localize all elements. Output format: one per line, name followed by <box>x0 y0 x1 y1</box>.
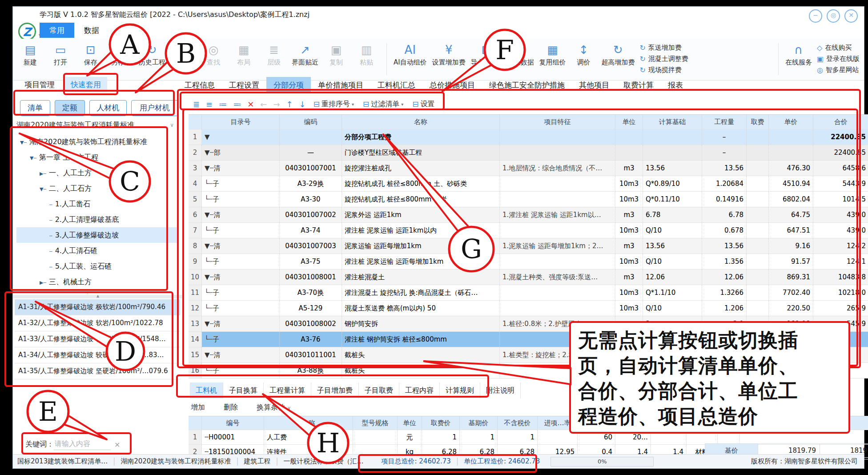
status-item[interactable]: 湖南2020建筑与装饰工程消耗量标准 <box>121 457 231 466</box>
column-header[interactable]: 基期价 <box>460 416 498 430</box>
toolbar-button-在线购买[interactable]: ◇在线购买 <box>817 42 860 53</box>
tab-工程设置[interactable]: 工程设置 <box>222 77 266 93</box>
status-item[interactable]: 一般计税法标准取费（汇… <box>283 457 363 466</box>
redo-icon[interactable]: → <box>273 100 280 109</box>
action-button-增加[interactable]: 增加 <box>191 403 205 412</box>
tree-collapsed-icon[interactable]: ▶┄ <box>40 280 46 286</box>
tree-expanded-icon[interactable]: ▼┄ <box>40 186 46 192</box>
tree-node[interactable]: ┄1.人工凿石 <box>16 196 178 212</box>
table-row[interactable]: 6▼┄清040301007002泥浆外运 运距1km1.灌注桩 泥浆运输 运距1… <box>189 207 868 223</box>
toolbar-button-另存为[interactable]: ⊞另存为 <box>106 41 136 68</box>
tree-node[interactable]: ▼┄第一章 土石方工程 <box>16 149 178 165</box>
column-header[interactable]: 编码 <box>280 115 342 129</box>
table-row[interactable]: 3▼┄清040301007001旋挖灌注桩成孔1.地层情况：综合地质情况（不…m… <box>189 161 868 176</box>
column-header[interactable]: 单位 <box>615 115 643 129</box>
table-row[interactable]: 2▼┄部—门诊楼Y型柱区域桩基工程–22400.85 <box>189 145 868 161</box>
toolbar-button-泵送增加费[interactable]: ↻泵送增加费 <box>639 42 688 53</box>
table-row[interactable]: 10▼┄清040301008001灌注桩混凝土1.混凝土种类、强度等级:泵送…m… <box>189 270 868 285</box>
tab-报表[interactable]: 报表 <box>661 77 690 93</box>
toolbar-button-智多星网站[interactable]: ◎智多星网站 <box>817 64 860 76</box>
keyword-input[interactable]: 请输入内容 <box>54 439 111 450</box>
list-item[interactable]: A1-32/人工修整爆破边坡 软岩/100m²/1022.78 <box>15 315 180 331</box>
move-down-icon[interactable]: ↓ <box>299 100 306 109</box>
tree-collapsed-icon[interactable]: ▶┄ <box>40 171 46 177</box>
bottom-tab-子目换算[interactable]: 子目换算 <box>223 382 264 399</box>
column-header[interactable]: 不含税价 <box>498 416 538 430</box>
toolbar-button-超高增加费[interactable]: ↻超高增加费 <box>599 41 637 68</box>
toolbar-button-保存[interactable]: ⊡保存 <box>76 41 105 68</box>
bottom-tab-子目增加费[interactable]: 子目增加费 <box>311 382 359 399</box>
column-header[interactable]: 名称 <box>264 416 353 430</box>
tree-node[interactable]: ▼┄二、人工石方 <box>16 181 178 196</box>
column-header[interactable]: 取费 <box>747 115 769 129</box>
tab-分部分项[interactable]: 分部分项 <box>266 77 311 93</box>
collapse-all-icon[interactable]: ≡ <box>206 100 213 109</box>
bottom-tab-工料机[interactable]: 工料机 <box>190 382 223 399</box>
tab-总价措施项目[interactable]: 总价措施项目 <box>422 77 482 93</box>
left-tab-快速套用[interactable]: 快速套用 <box>64 77 107 92</box>
expand-level-icon[interactable]: ≔ <box>219 100 227 109</box>
list-item[interactable]: A1-31/人工修整爆破边坡 极软岩/100m²/790.46 <box>15 299 180 315</box>
clear-keyword-icon[interactable]: × <box>114 440 120 449</box>
toolbar-button-AI自动组价[interactable]: AIAI自动组价 <box>391 41 429 68</box>
list-item[interactable]: A1-33/人工修整爆破边坡 较软岩/100m²/1548… <box>15 331 180 347</box>
toolbar-button-计算[interactable]: ∑计算 <box>169 41 198 68</box>
table-row[interactable]: 9└┄子A3-75灌注桩 泥浆运输 运距每增加1km10m3Q/101.3569… <box>189 254 868 270</box>
tree-node[interactable]: ┄2.人工清理爆破基底 <box>16 212 178 227</box>
filter-button-用户材机[interactable]: 用户材机 <box>131 100 178 116</box>
toolbar-button-登录在线版[interactable]: ▣登录在线版 <box>817 53 860 64</box>
theme-button[interactable]: ◎ <box>827 9 840 23</box>
column-header[interactable]: 单价 <box>769 115 813 129</box>
close-button[interactable]: ✕ <box>844 9 858 23</box>
tab-工料机汇总[interactable]: 工料机汇总 <box>370 77 422 93</box>
tab-其他项目[interactable]: 其他项目 <box>572 77 616 93</box>
expand-all-icon[interactable]: ≣ <box>193 100 200 109</box>
toolbar-button-复用组价[interactable]: ▦复用组价 <box>537 41 568 68</box>
status-item[interactable]: 国标2013建筑装饰工程清单… <box>17 457 108 466</box>
filter-button-清单[interactable]: 清单 <box>20 100 50 116</box>
list-item[interactable]: A1-34/人工修整爆破边坡 较硬岩/100m²/…83… <box>15 347 180 363</box>
column-header[interactable]: 项目特征 <box>500 115 615 129</box>
column-header[interactable]: 计算基础 <box>643 115 702 129</box>
column-header[interactable]: 合价 <box>813 115 868 129</box>
tree-expanded-icon[interactable]: ▼┄ <box>20 140 27 145</box>
toolbar-button-提取数据[interactable]: ▭提取数据 <box>505 41 536 68</box>
tab-单价措施项目[interactable]: 单价措施项目 <box>311 77 370 93</box>
action-button-删除[interactable]: 删除 <box>224 403 238 412</box>
tab-取费计算[interactable]: 取费计算 <box>616 77 661 93</box>
column-header[interactable]: 型号规格 <box>353 416 398 430</box>
toolbar-button-历史工程[interactable]: ↻历史工程 <box>137 41 168 68</box>
tree-node[interactable]: ┄5.人工装、运石碴 <box>16 258 178 274</box>
toolbar-button-新建[interactable]: ▤新建 <box>16 41 45 68</box>
tree-node[interactable]: ▶┄一、人工土方 <box>16 165 178 181</box>
toolbar-button-界面贴近[interactable]: ↗界面贴近 <box>289 41 321 68</box>
column-header[interactable]: 编号 <box>202 416 264 430</box>
move-up-icon[interactable]: ↑ <box>286 100 293 109</box>
table-row[interactable]: 8▼┄清040301007003泥浆运输 运距每增加1km1.泥浆运输 运距每增… <box>189 238 868 254</box>
bottom-tab-附注说明[interactable]: 附注说明 <box>480 382 521 399</box>
collapse-level-icon[interactable]: ≕ <box>233 100 241 109</box>
column-header[interactable]: 工程量 <box>702 115 747 129</box>
tree-node[interactable]: ▼┄湖南2020建筑与装饰工程消耗量标准 <box>16 134 178 149</box>
tree-node[interactable]: ▶┄四、机械石方 <box>16 290 178 294</box>
column-header[interactable]: 名称 <box>342 115 500 129</box>
table-row[interactable]: 5└┄子A3-30旋挖钻机成孔 桩径≤800mm 软岩10m3Q*0.11/10… <box>189 192 868 207</box>
minimize-button[interactable]: − <box>809 9 822 23</box>
bottom-tab-工程内容[interactable]: 工程内容 <box>399 382 440 399</box>
filter-button-定额[interactable]: 定额 <box>55 100 85 116</box>
toolbar-button-现场搅拌费[interactable]: ↻现场搅拌费 <box>639 64 688 76</box>
tab-工程信息[interactable]: 工程信息 <box>177 77 222 93</box>
toolbar-button-打开[interactable]: ▭打开 <box>46 41 75 68</box>
toolbar-button-混凝土调整费[interactable]: ↻混凝土调整费 <box>639 53 688 64</box>
action-button-换算条件[interactable]: 换算条件∨ <box>257 403 291 412</box>
list-item[interactable]: A1-35/人工修整爆破边坡 坚硬岩/100m²/…079.6 <box>15 363 180 379</box>
tree-node[interactable]: ┄3.人工修整爆破边坡 <box>16 227 178 243</box>
grid-button-设置[interactable]: ⊟设置 <box>412 100 434 109</box>
table-row[interactable]: 12└┄子A5-129混凝土泵送费 檐高(m以内) 5010m3Q/101.20… <box>189 301 868 316</box>
delete-row-icon[interactable]: ✕ <box>247 100 254 109</box>
bottom-tab-子目取费[interactable]: 子目取费 <box>359 382 399 399</box>
tree-expanded-icon[interactable]: ▼┄ <box>30 155 36 161</box>
column-header[interactable] <box>189 115 202 129</box>
menu-tab-1[interactable]: 常用 <box>40 23 74 38</box>
column-header[interactable]: 目录号 <box>202 115 280 129</box>
